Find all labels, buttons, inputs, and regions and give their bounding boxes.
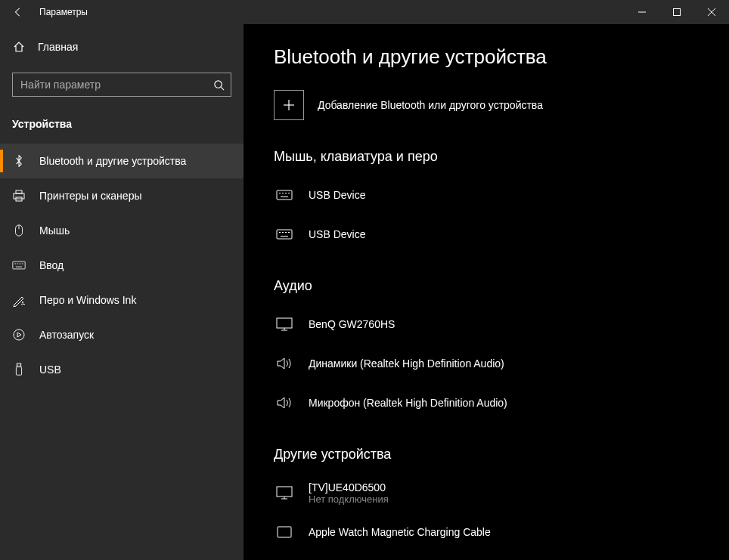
device-row[interactable]: [TV]UE40D6500Нет подключения xyxy=(274,473,699,512)
autoplay-icon xyxy=(12,328,26,342)
device-name: Микрофон (Realtek High Definition Audio) xyxy=(309,397,507,409)
titlebar: Параметры xyxy=(0,0,729,24)
nav-item-label: Ввод xyxy=(39,259,64,271)
keyboard-icon xyxy=(274,228,295,240)
search-input[interactable] xyxy=(13,79,206,91)
svg-rect-1 xyxy=(674,9,681,16)
minimize-button[interactable] xyxy=(625,0,659,24)
svg-rect-6 xyxy=(16,190,22,193)
svg-rect-19 xyxy=(17,364,20,367)
keyboard-icon xyxy=(274,189,295,201)
nav-item-label: Автозапуск xyxy=(39,329,94,341)
nav-item-mouse[interactable]: Мышь xyxy=(0,213,244,248)
window-title: Параметры xyxy=(39,7,88,17)
svg-rect-31 xyxy=(277,230,292,239)
speaker-icon xyxy=(274,356,295,371)
nav-item-label: USB xyxy=(39,364,61,376)
keyboard-icon xyxy=(12,258,26,272)
section-title: Аудио xyxy=(274,278,699,294)
mouse-icon xyxy=(12,224,26,237)
speaker-icon xyxy=(274,395,295,410)
nav-item-printer[interactable]: Принтеры и сканеры xyxy=(0,178,244,213)
home-icon xyxy=(12,40,26,54)
sidebar-heading: Устройства xyxy=(0,109,244,144)
search-box[interactable] xyxy=(12,73,231,97)
svg-rect-40 xyxy=(277,487,292,497)
svg-rect-25 xyxy=(277,190,292,200)
nav-item-keyboard[interactable]: Ввод xyxy=(0,248,244,283)
svg-rect-43 xyxy=(278,527,291,537)
svg-rect-20 xyxy=(16,367,21,375)
device-icon xyxy=(274,525,295,539)
section-title: Мышь, клавиатура и перо xyxy=(274,149,699,165)
nav-item-label: Перо и Windows Ink xyxy=(39,294,136,306)
sidebar: Главная Устройства Bluetooth и другие ус… xyxy=(0,24,244,560)
device-row[interactable]: Apple Watch Magnetic Charging Cable xyxy=(274,512,699,552)
nav-item-label: Принтеры и сканеры xyxy=(39,190,141,202)
section-title: Другие устройства xyxy=(274,447,699,463)
svg-point-17 xyxy=(22,302,23,303)
add-device-label: Добавление Bluetooth или другого устройс… xyxy=(318,99,543,111)
back-button[interactable] xyxy=(0,0,36,24)
svg-rect-7 xyxy=(14,193,24,199)
nav-item-label: Bluetooth и другие устройства xyxy=(39,155,186,167)
nav-item-usb[interactable]: USB xyxy=(0,352,244,387)
device-name: BenQ GW2760HS xyxy=(309,318,395,330)
maximize-button[interactable] xyxy=(659,0,694,24)
nav-item-autoplay[interactable]: Автозапуск xyxy=(0,317,244,352)
device-row[interactable]: USB Device xyxy=(274,215,699,254)
svg-line-5 xyxy=(221,87,224,90)
search-icon xyxy=(206,79,231,91)
home-label: Главная xyxy=(38,41,78,53)
close-button[interactable] xyxy=(694,0,729,24)
usb-icon xyxy=(12,363,26,376)
plus-icon xyxy=(274,90,304,120)
nav-item-label: Мышь xyxy=(39,224,70,237)
nav-item-pen[interactable]: Перо и Windows Ink xyxy=(0,283,244,317)
device-status: Нет подключения xyxy=(309,493,389,505)
device-name: USB Device xyxy=(309,189,365,201)
monitor-icon xyxy=(274,317,295,332)
device-name: Apple Watch Magnetic Charging Cable xyxy=(309,526,491,538)
add-device-button[interactable]: Добавление Bluetooth или другого устройс… xyxy=(274,90,699,120)
device-row[interactable]: USB Device xyxy=(274,175,699,215)
page-title: Bluetooth и другие устройства xyxy=(274,45,699,69)
svg-point-18 xyxy=(14,330,24,340)
home-link[interactable]: Главная xyxy=(0,30,244,63)
main-content: Bluetooth и другие устройства Добавление… xyxy=(244,24,729,560)
svg-point-4 xyxy=(214,80,221,87)
device-name: [TV]UE40D6500 xyxy=(309,481,389,493)
svg-rect-11 xyxy=(13,261,25,269)
device-name: Динамики (Realtek High Definition Audio) xyxy=(309,357,504,370)
nav-item-bluetooth[interactable]: Bluetooth и другие устройства xyxy=(0,144,244,178)
printer-icon xyxy=(12,189,26,203)
pen-icon xyxy=(12,293,26,307)
device-name: USB Device xyxy=(309,228,365,240)
device-row[interactable]: Динамики (Realtek High Definition Audio) xyxy=(274,344,699,383)
bluetooth-icon xyxy=(12,154,26,168)
device-row[interactable]: Микрофон (Realtek High Definition Audio) xyxy=(274,383,699,422)
monitor-icon xyxy=(274,485,295,500)
svg-rect-37 xyxy=(277,318,292,328)
device-row[interactable]: BenQ GW2760HS xyxy=(274,305,699,344)
